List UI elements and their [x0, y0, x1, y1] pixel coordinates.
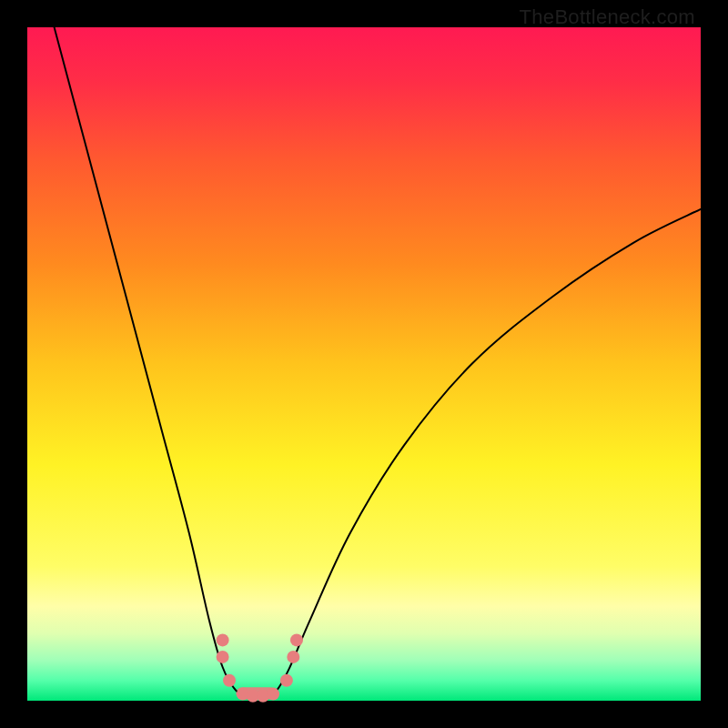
- data-marker: [280, 674, 293, 687]
- data-marker: [267, 688, 279, 701]
- bottleneck-curve: [55, 27, 701, 698]
- data-marker: [217, 651, 229, 663]
- data-marker: [287, 651, 299, 663]
- data-marker: [290, 633, 303, 646]
- data-marker: [223, 674, 236, 687]
- chart-overlay: [27, 27, 701, 701]
- watermark-text: TheBottleneck.com: [520, 5, 695, 29]
- data-marker: [217, 633, 229, 646]
